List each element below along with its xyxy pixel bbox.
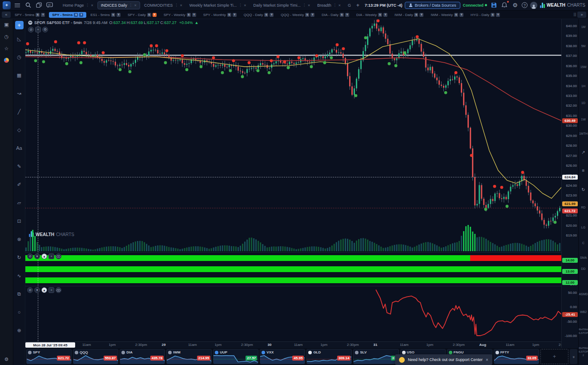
workspace-tab-daily-market-simple-timi-[interactable]: Daily Market Simple Timi...⋮× (250, 2, 313, 9)
measure-tool-icon[interactable]: ⊡ (14, 216, 24, 226)
add-drawing-button[interactable]: + (15, 21, 24, 29)
copy-windows-icon[interactable] (35, 1, 43, 9)
timeframe-1d[interactable]: 1D (579, 101, 588, 104)
add-ticker-card-button[interactable]: + (540, 349, 568, 364)
ticker-card-slv[interactable]: SLV37 (353, 349, 399, 364)
pen-tool-icon[interactable]: ✐ (14, 180, 24, 189)
add-workspace-tab-button[interactable]: + (354, 2, 362, 8)
tab-menu-icon[interactable]: ⋮ (302, 3, 306, 7)
timeframe-1m[interactable]: 1M (579, 25, 588, 28)
add-indicator-icon[interactable]: + (48, 253, 54, 259)
price-axis[interactable]: 640.00639.00638.00637.00636.00635.00634.… (561, 19, 578, 348)
collapse-tabs-button[interactable]: « (2, 12, 11, 18)
chart-tab-spy-daily[interactable]: SPY - DailyST (125, 12, 160, 18)
price-chart-canvas[interactable] (25, 19, 561, 253)
link-icon[interactable]: ⊘ (27, 253, 33, 259)
shapes-tool-icon[interactable]: ◇ (14, 125, 24, 135)
tab-menu-icon[interactable]: ⋮ (333, 3, 337, 7)
ticker-card-dia[interactable]: DIA435.78 (120, 349, 165, 364)
workspace-tab-breadth[interactable]: Breadth⋮× (314, 2, 344, 9)
notifications-bell-icon[interactable] (500, 1, 508, 9)
chart-tab-es1-5mins[interactable]: ES1 - 5minsST (87, 12, 124, 18)
tab-close-icon[interactable]: × (91, 3, 93, 8)
time-axis[interactable]: Mon 28 Jul '25 09:45 11am1pm2:30pm2911am… (25, 342, 561, 348)
chart-tab-hyg-daily[interactable]: HYG - DailyST (467, 12, 503, 18)
main-price-pane[interactable]: SPDR S&P500 ETF - 5min 7/28 9:45 AM O:63… (25, 19, 561, 253)
oscillator-canvas[interactable] (25, 286, 561, 342)
preferences-gear-icon[interactable]: ⚙ (4, 357, 9, 362)
layout-icon[interactable]: ▣ (4, 22, 8, 28)
text-tool-icon[interactable]: Aa (14, 143, 24, 153)
tab-close-icon[interactable]: × (338, 3, 341, 8)
timeframe-5m[interactable]: 5M (579, 44, 588, 48)
ticker-card-ffty[interactable]: FFTY33.05 (494, 349, 539, 364)
globe-tool-icon[interactable]: ⊕ (14, 325, 24, 335)
chart-tab-spy-weekly[interactable]: SPY - WeeklyST (161, 12, 199, 18)
pencil-tool-icon[interactable]: ✎ (14, 161, 24, 171)
workspace-tab-home-page[interactable]: Home Page⋮× (60, 2, 97, 9)
ai-chat-icon[interactable]: AI (45, 1, 53, 9)
history-clock-icon[interactable]: ◷ (4, 34, 9, 40)
erase-tool-icon[interactable]: ⊗ (14, 234, 24, 244)
drag-handle-icon[interactable]: ⠿ (573, 12, 576, 17)
timeframe-1w[interactable]: 1W (579, 118, 588, 121)
collapse-pane-icon[interactable]: ▾ (34, 287, 40, 293)
visibility-eye-icon[interactable] (56, 287, 61, 293)
support-toast[interactable]: Need help? Check out our Support Center … (395, 354, 492, 365)
wave-tool-icon[interactable]: ∿ (14, 271, 24, 281)
settings-gear-icon[interactable]: ⚙ (511, 1, 519, 9)
calendar-tool-icon[interactable]: ▦ (14, 70, 24, 80)
visibility-eye-icon[interactable] (56, 253, 61, 259)
refresh-tool-icon[interactable]: ↻ (14, 253, 24, 262)
collapse-pane-icon[interactable]: ▾ (34, 253, 40, 259)
ticker-card-iwm[interactable]: IWM214.95 (166, 349, 212, 364)
menu-icon[interactable] (13, 1, 21, 9)
add-indicator-icon[interactable]: + (48, 287, 54, 293)
chart-tab-dia-daily[interactable]: DIA - DailyST (318, 12, 352, 18)
chart-tab-spy-monthly[interactable]: SPY - MonthlyST (200, 12, 240, 18)
ticker-card-qqq[interactable]: QQQ553.87 (73, 349, 118, 364)
link-icon[interactable]: ⊘ (27, 287, 33, 293)
theme-color-icon[interactable] (4, 58, 9, 63)
chart-tab-dia-weekly[interactable]: DIA - WeeklyST (353, 12, 391, 18)
chart-tab-qqq-daily[interactable]: QQQ - DailyST (241, 12, 277, 18)
copy-tool-icon[interactable]: ⧉ (14, 289, 24, 299)
expand-pane-icon[interactable]: ▴ (41, 253, 47, 259)
ticker-card-gld[interactable]: GLD309.14 (306, 349, 352, 364)
chart-tab-iwm-daily[interactable]: IWM - DailyST (391, 12, 427, 18)
workspace-tab-commodities[interactable]: COMMODITIES⋮× (141, 2, 185, 9)
tab-close-icon[interactable]: × (134, 3, 137, 8)
brokers-data-sources-button[interactable]: Brokers / Data Sources (405, 2, 460, 9)
tab-menu-icon[interactable]: ⋮ (86, 3, 89, 7)
add-indicator-icon[interactable]: + (35, 27, 41, 32)
line-tool-icon[interactable]: ╱ (14, 107, 24, 116)
refresh-icon[interactable]: ↻ (579, 187, 588, 192)
favorites-star-icon[interactable]: ☆ (4, 46, 9, 52)
ticker-card-uup[interactable]: UUP27.57 (213, 349, 258, 364)
timeframe-15m[interactable]: 15M (579, 65, 588, 68)
workspace-tab-gmma-charts[interactable]: GMMA Charts⋮× (345, 2, 351, 9)
workspace-tab-indices-daily[interactable]: INDICES Daily⋮× (97, 1, 140, 9)
chart-style-icon[interactable]: ↗ (579, 150, 588, 155)
angle-tool-icon[interactable]: ◺ (14, 34, 24, 44)
tab-menu-icon[interactable]: ⋮ (129, 3, 133, 7)
search-icon[interactable] (24, 1, 32, 9)
signal-bars-pane[interactable]: ⊘ ▾ ▴ + (25, 253, 561, 286)
oscillator-pane[interactable]: ⊘ ▾ ▴ + (25, 286, 561, 342)
clock-tool-icon[interactable]: ◷ (14, 52, 24, 62)
timeframe-1h[interactable]: 1H (579, 84, 588, 88)
chart-tab-spy-5mins[interactable]: SPY - 5minsST (12, 12, 48, 18)
save-icon[interactable] (490, 1, 498, 9)
expand-right-button[interactable]: » (577, 12, 586, 18)
polygon-tool-icon[interactable]: ▱ (14, 198, 24, 208)
chart-tab-iwm-weekly[interactable]: IWM - WeeklyST (427, 12, 467, 18)
layers-icon[interactable]: ≡ (579, 168, 588, 173)
circle-tool-icon[interactable]: ○ (14, 307, 24, 317)
toast-close-icon[interactable]: × (486, 357, 488, 362)
timeframe-1mth[interactable]: 1MTH (579, 132, 588, 135)
arrow-tool-icon[interactable]: ↝ (14, 88, 24, 98)
workspace-tab-weekly-market-simple-ti-[interactable]: Weekly Market Simple Ti...⋮× (186, 2, 250, 9)
tab-close-icon[interactable]: × (244, 3, 246, 8)
chart-tab-spy-5mins[interactable]: SPY - 5minsST (49, 12, 86, 18)
ticker-card-spy[interactable]: SPY621.72 (26, 349, 72, 364)
